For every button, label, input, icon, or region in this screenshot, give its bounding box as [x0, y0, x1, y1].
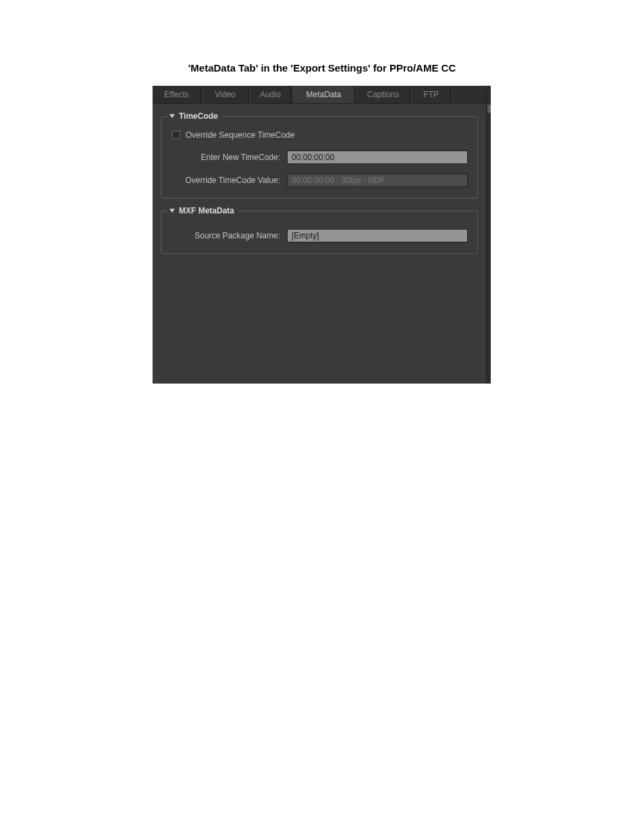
tab-ftp[interactable]: FTP [412, 86, 451, 103]
mxf-fieldset: MXF MetaData Source Package Name: [161, 211, 478, 254]
tab-video[interactable]: Video [203, 86, 248, 103]
override-timecode-value-input [287, 174, 468, 187]
chevron-down-icon [169, 114, 175, 118]
enter-new-timecode-row: Enter New TimeCode: [171, 151, 468, 164]
panel-main: Effects Video Audio MetaData Captions FT… [153, 86, 486, 384]
tab-captions[interactable]: Captions [356, 86, 410, 103]
enter-new-timecode-input[interactable] [287, 151, 468, 164]
page-title: 'MetaData Tab' in the 'Export Settings' … [0, 0, 644, 86]
tab-metadata[interactable]: MetaData [293, 86, 355, 103]
vertical-scrollbar[interactable] [486, 86, 491, 384]
tab-audio[interactable]: Audio [250, 86, 292, 103]
tab-effects[interactable]: Effects [153, 86, 201, 103]
override-sequence-row: Override Sequence TimeCode [172, 130, 468, 140]
source-package-input[interactable] [287, 229, 468, 242]
panel-body: TimeCode Override Sequence TimeCode Ente… [153, 104, 486, 384]
source-package-label: Source Package Name: [171, 231, 287, 240]
source-package-row: Source Package Name: [171, 229, 468, 242]
timecode-fieldset: TimeCode Override Sequence TimeCode Ente… [161, 116, 478, 199]
scrollbar-handle[interactable] [487, 105, 491, 113]
tab-bar: Effects Video Audio MetaData Captions FT… [153, 86, 486, 104]
enter-new-timecode-label: Enter New TimeCode: [171, 153, 287, 162]
mxf-legend[interactable]: MXF MetaData [168, 206, 238, 215]
override-sequence-checkbox[interactable] [172, 131, 180, 139]
chevron-down-icon [169, 209, 175, 213]
timecode-legend[interactable]: TimeCode [168, 111, 222, 121]
tab-spacer [452, 86, 486, 103]
export-settings-panel: Effects Video Audio MetaData Captions FT… [153, 86, 491, 384]
override-sequence-label: Override Sequence TimeCode [186, 130, 294, 140]
timecode-legend-label: TimeCode [179, 111, 218, 121]
override-timecode-value-row: Override TimeCode Value: [171, 174, 468, 187]
override-timecode-value-label: Override TimeCode Value: [171, 176, 287, 185]
mxf-legend-label: MXF MetaData [179, 206, 234, 215]
